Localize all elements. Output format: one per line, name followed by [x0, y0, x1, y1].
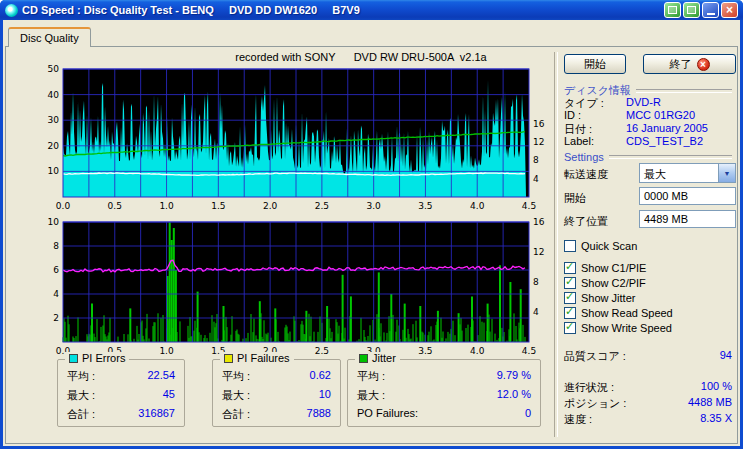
pi-errors-color-swatch: [69, 354, 78, 363]
end-position-label: 終了位置: [564, 214, 608, 229]
svg-text:2.0: 2.0: [263, 201, 278, 211]
svg-text:2.5: 2.5: [315, 201, 329, 211]
svg-text:0.5: 0.5: [108, 201, 122, 211]
stat-row: 平均 : 0.62: [222, 369, 331, 384]
pi-failures-stats-panel: PI Failures 平均 : 0.62 最大 : 10 合計 : 7888: [212, 359, 341, 427]
checkbox-show-write-speed[interactable]: Show Write Speed: [564, 321, 672, 335]
svg-text:1.0: 1.0: [159, 346, 174, 356]
end-position-field[interactable]: 4489 MB: [639, 210, 736, 228]
checkbox-box[interactable]: [564, 292, 576, 304]
svg-text:50: 50: [48, 64, 60, 74]
checkbox-label: Quick Scan: [581, 240, 637, 252]
tab-panel: recorded with SONY DVD RW DRU-500A v2.1a…: [5, 46, 738, 444]
transfer-speed-label: 転送速度: [564, 167, 608, 182]
start-position-label: 開始: [564, 191, 586, 206]
checkbox-quick-scan[interactable]: Quick Scan: [564, 239, 637, 253]
titlebar-extra-button-2[interactable]: [683, 2, 700, 18]
stat-row: 最大 : 45: [67, 388, 175, 403]
svg-text:16: 16: [533, 119, 545, 129]
disc-id-value: MCC 01RG20: [626, 109, 695, 121]
stat-row: 平均 : 9.79 %: [357, 369, 531, 384]
jitter-stats-panel: Jitter 平均 : 9.79 % 最大 : 12.0 % PO Failur…: [347, 359, 541, 427]
tab-disc-quality[interactable]: Disc Quality: [8, 27, 91, 47]
disc-id-label: ID :: [564, 109, 581, 121]
tab-label: Disc Quality: [20, 32, 79, 44]
checkbox-box[interactable]: [564, 322, 576, 334]
vertical-separator: [554, 52, 558, 437]
window-title: CD Speed : Disc Quality Test - BENQ DVD …: [22, 4, 660, 16]
checkbox-show-jitter[interactable]: Show Jitter: [564, 291, 635, 305]
svg-text:4.0: 4.0: [470, 346, 485, 356]
chevron-down-icon[interactable]: [718, 164, 735, 182]
svg-text:4: 4: [533, 174, 539, 184]
titlebar[interactable]: CD Speed : Disc Quality Test - BENQ DVD …: [0, 0, 743, 20]
checkbox-label: Show Jitter: [581, 292, 635, 304]
disc-date-value: 16 January 2005: [626, 122, 708, 134]
transfer-speed-dropdown[interactable]: 最大: [639, 163, 736, 183]
checkbox-box[interactable]: [564, 262, 576, 274]
svg-text:4.5: 4.5: [522, 346, 536, 356]
svg-text:8: 8: [533, 155, 539, 165]
svg-text:2: 2: [53, 313, 59, 323]
speed-value: 8.35 X: [700, 412, 732, 424]
svg-text:12: 12: [533, 137, 544, 147]
pi-errors-legend: PI Errors: [65, 352, 129, 364]
svg-text:8: 8: [53, 241, 59, 251]
svg-text:1.5: 1.5: [211, 201, 225, 211]
checkbox-box[interactable]: [564, 307, 576, 319]
svg-text:4.0: 4.0: [470, 201, 485, 211]
svg-text:30: 30: [48, 115, 60, 125]
jitter-legend: Jitter: [355, 352, 400, 364]
jitter-panel-title: Jitter: [372, 352, 396, 364]
transfer-speed-value: 最大: [640, 164, 718, 182]
pi-failures-panel-title: PI Failures: [237, 352, 290, 364]
pi-errors-stats-panel: PI Errors 平均 : 22.54 最大 : 45 合計 : 316867: [57, 359, 185, 427]
svg-text:40: 40: [48, 90, 60, 100]
svg-text:4.5: 4.5: [522, 201, 536, 211]
pi-failures-jitter-chart: 2468104812160.00.51.01.52.02.53.03.54.04…: [37, 220, 543, 360]
minimize-button[interactable]: [702, 2, 719, 18]
svg-text:0.0: 0.0: [56, 201, 71, 211]
svg-text:1.0: 1.0: [159, 201, 174, 211]
checkbox-show-read-speed[interactable]: Show Read Speed: [564, 306, 673, 320]
svg-text:6: 6: [53, 265, 59, 275]
window-controls: [664, 2, 738, 18]
svg-text:16: 16: [533, 217, 545, 227]
quality-score-label: 品質スコア :: [564, 349, 626, 364]
start-button-label: 開始: [584, 57, 606, 72]
disc-label-label: Label:: [564, 135, 594, 147]
disc-label-value: CDS_TEST_B2: [626, 135, 703, 147]
checkbox-show-c1-pie[interactable]: Show C1/PIE: [564, 261, 646, 275]
start-position-field[interactable]: 0000 MB: [639, 187, 736, 205]
svg-text:4: 4: [533, 307, 539, 317]
progress-value: 100 %: [701, 380, 732, 392]
stat-row: 合計 : 7888: [222, 407, 331, 422]
checkbox-label: Show Write Speed: [581, 322, 672, 334]
recorded-with-text: recorded with SONY DVD RW DRU-500A v2.1a: [211, 51, 511, 63]
pi-errors-chart: 10203040504812160.00.51.01.52.02.53.03.5…: [37, 67, 543, 215]
pi-failures-color-swatch: [224, 354, 233, 363]
checkbox-box[interactable]: [564, 277, 576, 289]
svg-text:4: 4: [53, 289, 59, 299]
disc-type-value: DVD-R: [626, 96, 661, 108]
app-icon: [5, 4, 18, 17]
svg-text:3.0: 3.0: [367, 201, 382, 211]
checkbox-show-c2-pif[interactable]: Show C2/PIF: [564, 276, 646, 290]
svg-text:12: 12: [533, 247, 544, 257]
settings-header: Settings: [564, 151, 732, 163]
svg-text:3.5: 3.5: [418, 201, 432, 211]
start-button[interactable]: 開始: [564, 54, 626, 74]
jitter-color-swatch: [359, 354, 368, 363]
position-label: ポジション :: [564, 396, 626, 411]
close-button[interactable]: [721, 2, 738, 18]
exit-button[interactable]: 終了: [643, 54, 736, 74]
svg-text:20: 20: [48, 141, 60, 151]
position-value: 4488 MB: [688, 396, 732, 408]
checkbox-box[interactable]: [564, 240, 576, 252]
pi-errors-panel-title: PI Errors: [82, 352, 125, 364]
svg-text:8: 8: [533, 277, 539, 287]
stat-row: 最大 : 10: [222, 388, 331, 403]
divider-line: [609, 155, 732, 159]
titlebar-extra-button-1[interactable]: [664, 2, 681, 18]
quality-score-value: 94: [720, 349, 732, 361]
